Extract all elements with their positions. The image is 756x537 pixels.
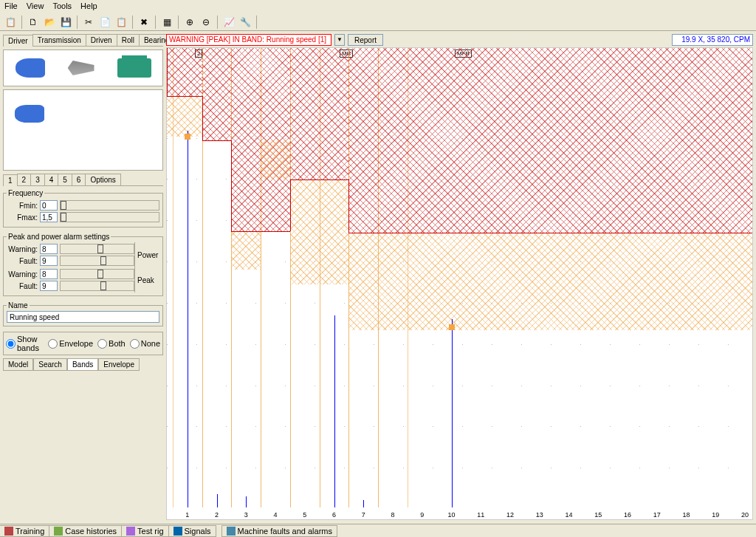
xtick-2: 2	[215, 511, 219, 519]
status-test-rig[interactable]: Test rig	[121, 525, 168, 537]
radio-none[interactable]: None	[130, 339, 160, 349]
fmax-input[interactable]	[40, 212, 58, 222]
btab-bands[interactable]: Bands	[67, 358, 98, 371]
name-group: Name	[3, 301, 163, 326]
xtick-15: 15	[594, 511, 602, 519]
component-tabs: Driver Transmission Driven Roll Bearing	[3, 34, 163, 47]
status-case-histories[interactable]: Case histories	[49, 525, 122, 537]
xtick-9: 9	[420, 511, 424, 519]
numtab-4[interactable]: 4	[44, 174, 59, 185]
config-icon[interactable]: 🔧	[238, 15, 252, 30]
fmin-label: Fmin:	[7, 202, 38, 210]
peak-2	[217, 494, 218, 507]
peak-fault-label: Fault:	[7, 282, 38, 290]
motor-icon[interactable]	[16, 58, 45, 78]
model-canvas[interactable]	[3, 89, 163, 171]
peak-warn-input[interactable]	[40, 269, 58, 279]
numtab-5[interactable]: 5	[58, 174, 72, 185]
save-icon[interactable]: 💾	[58, 15, 73, 30]
radio-envelope[interactable]: Envelope	[48, 339, 93, 349]
placed-motor-icon[interactable]	[15, 105, 44, 123]
power-fault-slider[interactable]	[60, 256, 134, 266]
xtick-8: 8	[391, 511, 395, 519]
status-faults[interactable]: Machine faults and alarms	[221, 525, 337, 537]
peak-fault-input[interactable]	[40, 281, 58, 291]
warning-dropdown[interactable]: ▼	[334, 34, 345, 46]
cut-icon[interactable]: ✂	[81, 15, 96, 30]
numtab-3[interactable]: 3	[30, 174, 45, 185]
open-icon[interactable]: 📂	[42, 15, 57, 30]
xtick-13: 13	[536, 511, 543, 519]
separator	[21, 16, 22, 29]
fmax-slider[interactable]	[60, 212, 159, 222]
zoom-out-icon[interactable]: ⊖	[199, 15, 213, 30]
btab-model[interactable]: Model	[3, 358, 33, 371]
tab-roll[interactable]: Roll	[117, 34, 140, 46]
peak-label: Peak	[134, 267, 159, 293]
btab-envelope[interactable]: Envelope	[98, 358, 140, 371]
numtab-6[interactable]: 6	[72, 174, 86, 185]
tab-driver[interactable]: Driver	[3, 35, 33, 47]
menu-view[interactable]: View	[27, 1, 44, 12]
left-panel: Driver Transmission Driven Roll Bearing …	[0, 31, 166, 524]
paste-icon[interactable]: 📋	[114, 15, 128, 30]
grid-icon[interactable]: ▦	[159, 15, 174, 30]
peak-3	[246, 496, 247, 507]
separator	[217, 16, 218, 29]
chart-icon[interactable]: 📈	[221, 15, 236, 30]
gearbox-icon[interactable]	[68, 61, 94, 75]
spectrum-plot[interactable]: 2 MB MFB 1234567891011121314151617181920	[166, 47, 753, 520]
peak-fault-slider[interactable]	[60, 281, 134, 291]
new-icon[interactable]: 🗋	[26, 15, 41, 30]
copy-icon[interactable]: 📄	[97, 15, 112, 30]
status-training[interactable]: Training	[0, 525, 49, 537]
numtab-options[interactable]: Options	[85, 174, 120, 185]
separator	[256, 16, 257, 29]
delete-icon[interactable]: ✖	[137, 15, 151, 30]
properties-icon[interactable]: 📋	[3, 15, 18, 30]
zoom-in-icon[interactable]: ⊕	[182, 15, 197, 30]
btab-search[interactable]: Search	[33, 358, 67, 371]
fmin-input[interactable]	[40, 200, 58, 211]
peak-6	[334, 315, 335, 507]
peak-warn-label: Warning:	[7, 270, 38, 278]
xtick-19: 19	[712, 511, 719, 519]
alarm-legend: Peak and power alarm settings	[7, 233, 111, 241]
case-icon	[54, 527, 63, 536]
separator	[178, 16, 179, 29]
status-signals[interactable]: Signals	[168, 525, 216, 537]
peak-warn-slider[interactable]	[60, 269, 134, 279]
chart-panel: WARNING [PEAK] IN BAND: Running speed [1…	[166, 31, 756, 524]
radio-both[interactable]: Both	[97, 339, 126, 349]
component-palette	[3, 49, 163, 86]
menu-help[interactable]: Help	[80, 1, 97, 12]
xtick-1: 1	[185, 511, 189, 519]
xtick-3: 3	[244, 511, 248, 519]
radio-show-bands[interactable]: Show bands	[6, 335, 44, 352]
tab-driven[interactable]: Driven	[86, 34, 117, 46]
power-warn-input[interactable]	[40, 244, 58, 254]
tab-transmission[interactable]: Transmission	[32, 34, 86, 46]
frequency-group: Frequency Fmin: Fmax:	[3, 189, 163, 228]
separator	[155, 16, 156, 29]
xtick-5: 5	[303, 511, 306, 519]
numtab-1[interactable]: 1	[3, 174, 18, 186]
frequency-legend: Frequency	[7, 189, 44, 197]
test-icon	[126, 527, 135, 536]
name-input[interactable]	[7, 311, 159, 323]
number-tabs: 1 2 3 4 5 6 Options	[3, 174, 163, 186]
power-fault-input[interactable]	[40, 256, 58, 266]
statusbar: Training Case histories Test rig Signals…	[0, 524, 756, 537]
numtab-2[interactable]: 2	[17, 174, 32, 185]
engine-icon[interactable]	[117, 58, 151, 78]
menu-file[interactable]: File	[4, 1, 18, 12]
xtick-7: 7	[362, 511, 365, 519]
signals-icon	[173, 527, 182, 536]
report-button[interactable]: Report	[348, 34, 383, 46]
power-warn-slider[interactable]	[60, 244, 134, 254]
fmin-slider[interactable]	[60, 200, 159, 211]
menu-tools[interactable]: Tools	[52, 1, 72, 12]
power-label: Power	[134, 242, 159, 267]
xtick-16: 16	[624, 511, 631, 519]
separator	[132, 16, 133, 29]
